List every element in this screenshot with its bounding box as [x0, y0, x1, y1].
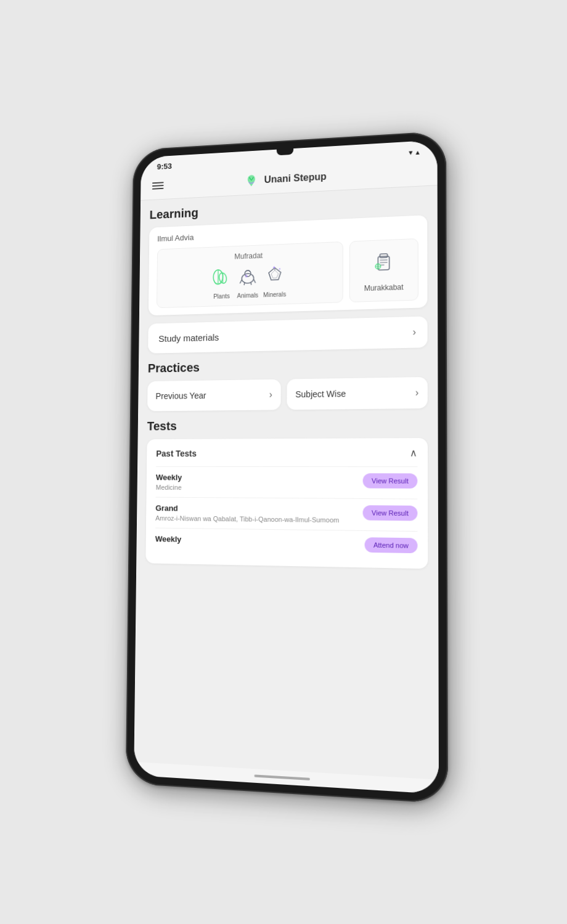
subject-wise-chevron: › — [415, 387, 419, 398]
menu-line-3 — [152, 188, 164, 190]
test-subject-0: Medicine — [156, 484, 363, 492]
animals-label: Animals — [237, 292, 259, 299]
test-type-0: Weekly — [156, 473, 363, 483]
test-item-0: Weekly Medicine View Result — [156, 466, 418, 499]
svg-point-4 — [242, 274, 253, 283]
tests-section-title: Tests — [147, 417, 428, 433]
test-row-0: Weekly Medicine View Result — [156, 473, 418, 493]
ilmul-advia-card: Ilmul Advia Mufradat — [149, 215, 428, 315]
view-result-button-1[interactable]: View Result — [363, 505, 418, 521]
test-info-0: Weekly Medicine — [156, 473, 363, 492]
previous-year-chevron: › — [269, 389, 272, 400]
past-tests-header: Past Tests ∧ — [156, 447, 417, 459]
animals-item[interactable]: Animals — [237, 265, 258, 299]
previous-year-label: Previous Year — [155, 391, 206, 401]
attend-button-2[interactable]: Attend now — [365, 537, 418, 553]
tests-card: Past Tests ∧ Weekly Medicine View Result — [145, 438, 428, 569]
minerals-label: Minerals — [263, 291, 286, 298]
mufradat-label: Mufradat — [234, 251, 263, 261]
minerals-icon: ✦ ✦ — [264, 264, 285, 289]
study-materials-chevron: › — [412, 326, 416, 338]
plants-icon — [211, 265, 232, 291]
bottom-indicator — [255, 774, 310, 780]
minerals-item[interactable]: ✦ ✦ Minerals — [263, 264, 286, 298]
app-title-text: Unani Stepup — [264, 171, 327, 185]
study-materials-card[interactable]: Study materials › — [148, 316, 428, 353]
subject-wise-card[interactable]: Subject Wise › — [287, 377, 427, 410]
status-icons: ▾ ▴ — [409, 147, 419, 156]
svg-text:✦: ✦ — [272, 265, 276, 270]
test-subject-1: Amroz-i-Niswan wa Qabalat, Tibb-i-Qanoon… — [155, 514, 363, 524]
murakkabat-icon — [372, 248, 396, 278]
svg-marker-12 — [271, 270, 279, 278]
svg-rect-17 — [380, 254, 387, 257]
menu-line-2 — [152, 185, 164, 187]
test-type-1: Grand — [155, 503, 362, 514]
previous-year-card[interactable]: Previous Year › — [147, 379, 281, 411]
tests-section: Tests Past Tests ∧ Weekly Medicine — [145, 417, 428, 569]
plants-item[interactable]: Plants — [211, 265, 232, 300]
svg-line-7 — [244, 282, 245, 285]
study-materials-label: Study materials — [158, 332, 219, 344]
test-type-2: Weekly — [155, 534, 365, 546]
practices-section-title: Practices — [148, 356, 428, 375]
test-info-2: Weekly — [155, 534, 365, 548]
mufradat-box[interactable]: Mufradat — [157, 241, 343, 308]
murakkabat-box[interactable]: Murakkabat — [349, 238, 418, 302]
scroll-content: Learning Ilmul Advia Mufradat — [134, 185, 439, 780]
test-item-1: Grand Amroz-i-Niswan wa Qabalat, Tibb-i-… — [155, 497, 417, 531]
animals-icon — [237, 265, 259, 290]
menu-button[interactable] — [152, 182, 164, 189]
svg-line-6 — [240, 280, 242, 283]
svg-line-8 — [251, 282, 251, 285]
svg-rect-10 — [245, 275, 247, 277]
test-item-2: Weekly Attend now — [155, 528, 418, 560]
signal-icon: ▴ — [416, 147, 420, 156]
mufradat-items: Plants — [211, 264, 286, 300]
mufradat-container: Mufradat — [157, 238, 418, 308]
subject-wise-label: Subject Wise — [295, 389, 346, 399]
learning-section: Learning Ilmul Advia Mufradat — [149, 195, 428, 315]
menu-line-1 — [152, 182, 164, 184]
murakkabat-label: Murakkabat — [364, 283, 404, 293]
plants-label: Plants — [213, 293, 230, 300]
svg-line-9 — [254, 279, 256, 283]
test-row-2: Weekly Attend now — [155, 534, 418, 553]
test-info-1: Grand Amroz-i-Niswan wa Qabalat, Tibb-i-… — [155, 503, 363, 524]
logo-icon — [244, 172, 259, 188]
status-time: 9:53 — [157, 161, 172, 171]
svg-text:✦: ✦ — [279, 267, 281, 270]
app-logo: Unani Stepup — [244, 169, 327, 189]
collapse-icon[interactable]: ∧ — [410, 447, 417, 458]
wifi-icon: ▾ — [409, 148, 412, 156]
practices-row: Previous Year › Subject Wise › — [147, 377, 428, 411]
view-result-button-0[interactable]: View Result — [363, 473, 418, 488]
past-tests-title: Past Tests — [156, 448, 197, 458]
test-row-1: Grand Amroz-i-Niswan wa Qabalat, Tibb-i-… — [155, 503, 417, 524]
practices-section: Practices Previous Year › Subject Wise › — [147, 356, 428, 411]
